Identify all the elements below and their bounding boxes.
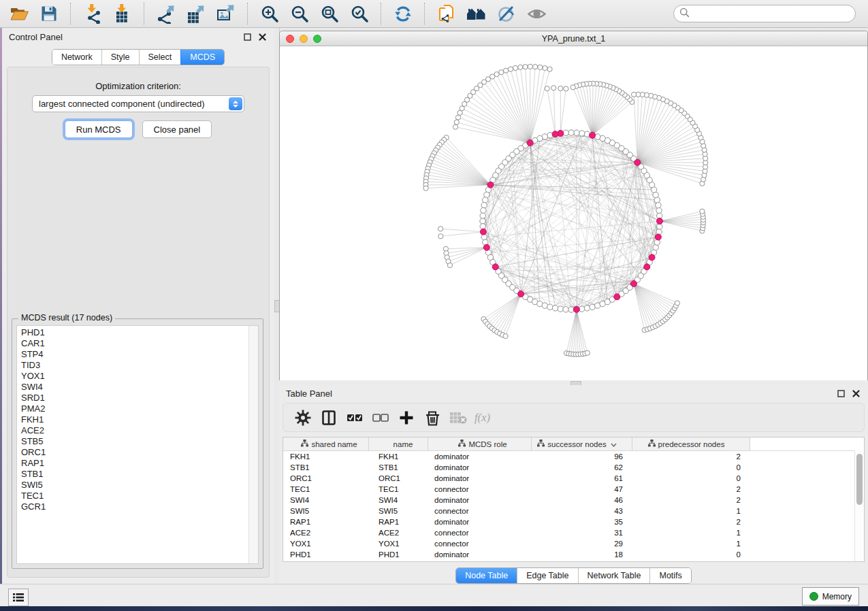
table-cell[interactable]: SWI4 [283,495,369,506]
column-header-MCDS-role[interactable]: MCDS role [428,437,532,450]
network-node[interactable] [527,139,533,146]
search-input[interactable] [693,6,855,21]
run-mcds-button[interactable]: Run MCDS [65,120,133,138]
network-canvas[interactable] [280,46,867,380]
tab-motifs[interactable]: Motifs [649,568,690,583]
network-node[interactable] [675,301,679,306]
network-node[interactable] [631,92,636,97]
table-cell[interactable]: PHD1 [369,549,428,560]
table-cell[interactable]: 2 [632,451,750,462]
network-node[interactable] [499,70,504,75]
table-cell[interactable]: connector [428,527,532,538]
network-node[interactable] [558,306,563,312]
table-row[interactable]: STB1STB1dominator620 [283,462,864,473]
table-row[interactable]: TEC1TEC1connector472 [283,484,864,495]
table-cell[interactable]: RAP1 [283,516,369,527]
network-node[interactable] [656,202,661,208]
search-box[interactable] [673,5,856,22]
table-cell[interactable]: 1 [632,527,750,538]
network-node[interactable] [657,218,663,225]
network-node[interactable] [528,64,532,69]
result-node-item[interactable]: RAP1 [17,458,249,469]
table-cell[interactable]: 43 [532,506,632,516]
tab-select[interactable]: Select [139,50,181,65]
table-cell[interactable]: 35 [532,516,632,527]
network-node[interactable] [508,67,513,71]
network-node[interactable] [423,186,428,191]
network-node[interactable] [483,197,488,203]
table-cell[interactable]: dominator [428,473,532,484]
table-cell[interactable]: 0 [632,473,750,484]
table-cell[interactable]: 61 [532,473,632,484]
clone-network-icon[interactable] [435,3,458,24]
network-node[interactable] [503,68,508,73]
table-cell[interactable]: connector [428,506,532,516]
select-all-icon[interactable] [344,408,365,428]
result-node-item[interactable]: SRD1 [17,393,249,403]
result-node-item[interactable]: SWI5 [17,480,249,491]
tab-mcds[interactable]: MCDS [180,50,224,65]
float-panel-icon[interactable] [835,388,846,399]
network-node[interactable] [552,131,558,137]
table-cell[interactable]: TEC1 [283,484,369,495]
network-node[interactable] [523,65,528,69]
result-node-item[interactable]: STB5 [17,436,249,447]
network-node[interactable] [563,307,568,312]
network-node[interactable] [585,350,590,355]
network-node[interactable] [590,132,596,138]
table-cell[interactable]: connector [428,484,532,495]
task-history-button[interactable] [8,589,29,606]
network-node[interactable] [492,264,498,270]
result-node-item[interactable]: TEC1 [17,491,249,501]
table-cell[interactable]: 96 [532,451,632,462]
result-node-item[interactable]: ACE2 [17,425,249,436]
network-node[interactable] [574,130,579,135]
save-session-icon[interactable] [37,3,61,24]
optimization-select[interactable]: largest connected component (undirected) [32,95,244,112]
open-session-icon[interactable] [7,3,31,24]
table-cell[interactable]: PHD1 [283,549,369,560]
horizontal-splitter[interactable] [279,380,868,385]
result-node-item[interactable]: GCR1 [17,501,249,512]
network-node[interactable] [545,86,549,91]
network-node[interactable] [438,227,443,231]
tab-network-table[interactable]: Network Table [578,568,650,583]
table-row[interactable]: FKH1FKH1dominator962 [283,451,864,462]
table-cell[interactable]: SWI4 [369,495,428,506]
export-table-icon[interactable] [184,3,208,24]
table-cell[interactable]: 1 [632,506,750,516]
network-node[interactable] [480,229,486,235]
network-node[interactable] [614,294,620,300]
table-cell[interactable]: dominator [428,462,532,473]
network-node[interactable] [547,304,553,310]
table-cell[interactable]: dominator [428,495,532,506]
table-cell[interactable]: 1 [632,538,750,549]
network-node[interactable] [447,263,452,267]
network-node[interactable] [480,213,485,218]
result-node-item[interactable]: PMA2 [17,403,249,414]
export-network-icon[interactable] [155,3,178,24]
table-cell[interactable]: ACE2 [369,527,428,538]
network-node[interactable] [655,234,661,240]
network-node[interactable] [543,65,547,70]
table-cell[interactable]: 0 [632,462,750,473]
close-panel-icon[interactable] [850,388,861,399]
network-node[interactable] [552,306,558,311]
network-node[interactable] [700,209,705,214]
result-node-item[interactable]: PHD1 [17,327,249,338]
delete-column-icon[interactable] [422,408,443,428]
network-node[interactable] [558,86,563,90]
table-cell[interactable]: SWI5 [369,506,428,516]
columns-icon[interactable] [319,408,339,428]
result-node-item[interactable]: STB1 [17,469,249,480]
network-home-icon[interactable] [465,3,488,24]
column-header-name[interactable]: name [369,437,428,450]
result-node-item[interactable]: SWI4 [17,382,249,393]
table-cell[interactable]: 29 [532,538,632,549]
vizmap-icon[interactable] [495,3,518,24]
result-node-item[interactable]: TID3 [17,360,249,371]
table-cell[interactable]: ORC1 [369,473,428,484]
network-node[interactable] [518,291,524,297]
table-cell[interactable]: dominator [428,451,532,462]
table-cell[interactable]: 2 [632,484,750,495]
